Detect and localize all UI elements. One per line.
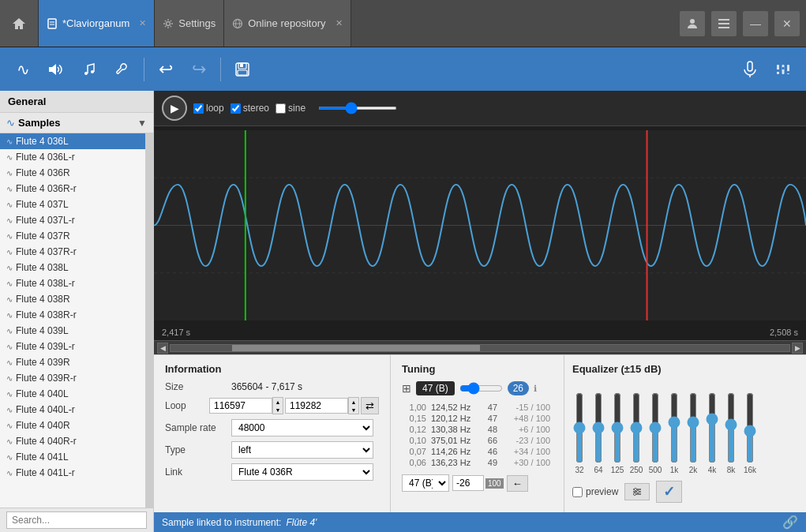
info-row-size: Size 365604 - 7,617 s <box>165 381 379 392</box>
loop-link-btn[interactable]: ⇄ <box>361 397 379 414</box>
loop-end-input[interactable] <box>285 398 348 414</box>
eq-band-slider[interactable] <box>724 392 738 463</box>
eq-settings-btn[interactable] <box>624 483 650 500</box>
search-input[interactable] <box>6 511 147 529</box>
stereo-checkbox-label[interactable]: stereo <box>231 103 269 114</box>
eq-band-slider[interactable] <box>648 392 662 463</box>
stereo-checkbox[interactable] <box>231 103 241 114</box>
tuning-weight: 0,15 <box>402 413 429 424</box>
waveform-controls: ▶ loop stereo sine <box>154 91 806 126</box>
eq-band-slider[interactable] <box>705 392 719 463</box>
link-select[interactable]: Flute 4 036R <box>231 463 373 481</box>
eq-band-slider[interactable] <box>572 392 587 463</box>
sidebar-item[interactable]: ∿Flute 4 038R-r <box>0 307 145 323</box>
sidebar-dropdown[interactable]: ∿ Samples ▼ <box>0 113 153 133</box>
sidebar-item[interactable]: ∿Flute 4 039L-r <box>0 339 145 354</box>
loop-end-up[interactable]: ▲ <box>349 398 358 406</box>
sidebar-item[interactable]: ∿Flute 4 038L-r <box>0 275 145 291</box>
tab-claviorganum[interactable]: *Claviorganum ✕ <box>39 0 155 47</box>
loop-end-down[interactable]: ▼ <box>349 406 358 414</box>
tuning-cent-input[interactable] <box>452 475 484 491</box>
eq-band-slider[interactable] <box>629 392 643 463</box>
loop-start-up[interactable]: ▲ <box>273 398 283 406</box>
preview-checkbox[interactable] <box>572 487 583 497</box>
tab-online-repo-close[interactable]: ✕ <box>336 18 343 28</box>
eq-confirm-btn[interactable]: ✓ <box>656 481 682 503</box>
sidebar-item[interactable]: ∿Flute 4 039R <box>0 354 145 370</box>
user-button[interactable] <box>680 11 705 36</box>
sidebar-item[interactable]: ∿Flute 4 037R <box>0 228 145 244</box>
tab-home[interactable] <box>0 0 39 47</box>
scroll-thumb[interactable] <box>232 345 480 351</box>
eq-band-slider[interactable] <box>743 392 757 463</box>
sidebar-item[interactable]: ∿Flute 4 036R-r <box>0 181 145 197</box>
wave-icon-item: ∿ <box>6 232 13 241</box>
tab-settings[interactable]: Settings <box>155 0 224 47</box>
loop-start-input[interactable] <box>209 398 272 414</box>
waveform-zoom-slider[interactable] <box>318 107 397 110</box>
tuning-note: 47 <box>484 402 502 413</box>
wave-tool-btn[interactable]: ∿ <box>8 54 38 84</box>
sidebar-scrollbar[interactable] <box>145 133 153 508</box>
sidebar-item[interactable]: ∿Flute 4 037L-r <box>0 212 145 228</box>
loop-start-down[interactable]: ▼ <box>273 406 283 414</box>
sidebar-item[interactable]: ∿Flute 4 036L <box>0 133 145 149</box>
scroll-left-arrow[interactable]: ◀ <box>157 343 168 354</box>
status-link-icon[interactable]: 🔗 <box>782 515 798 530</box>
sine-checkbox-label[interactable]: sine <box>276 103 306 114</box>
mic-tool-btn[interactable] <box>735 54 765 84</box>
eq-band-label: 125 <box>611 466 624 474</box>
eq-band-slider[interactable] <box>610 392 624 463</box>
loop-label: Loop <box>165 400 206 411</box>
sidebar-item[interactable]: ∿Flute 4 038L <box>0 260 145 275</box>
sidebar-item[interactable]: ∿Flute 4 036L-r <box>0 149 145 165</box>
sidebar-item[interactable]: ∿Flute 4 040L <box>0 386 145 402</box>
sidebar-item[interactable]: ∿Flute 4 037L <box>0 197 145 212</box>
eq-band-slider[interactable] <box>591 392 605 463</box>
sidebar-item[interactable]: ∿Flute 4 038R <box>0 291 145 307</box>
sidebar-item[interactable]: ∿Flute 4 039R-r <box>0 370 145 386</box>
music-tool-btn[interactable] <box>74 54 104 84</box>
scroll-right-arrow[interactable]: ▶ <box>792 343 803 354</box>
sine-checkbox[interactable] <box>276 103 286 114</box>
sidebar-item[interactable]: ∿Flute 4 039L <box>0 323 145 339</box>
sidebar-item[interactable]: ∿Flute 4 040R <box>0 418 145 433</box>
loop-checkbox-label[interactable]: loop <box>193 103 224 114</box>
menu-button[interactable] <box>711 11 737 36</box>
sidebar-item[interactable]: ∿Flute 4 040R-r <box>0 433 145 449</box>
eq-band-slider[interactable] <box>667 392 681 463</box>
sidebar-item-label: Flute 4 040L <box>16 388 69 399</box>
tab-claviorganum-label: *Claviorganum <box>62 17 129 29</box>
loop-checkbox[interactable] <box>193 103 204 114</box>
tab-online-repo[interactable]: Online repository ✕ <box>224 0 351 47</box>
tuning-back-btn[interactable]: ← <box>507 475 528 492</box>
close-button[interactable]: ✕ <box>774 11 800 36</box>
loop-end-spin[interactable]: ▲ ▼ <box>348 397 359 414</box>
eq-band-slider[interactable] <box>686 392 700 463</box>
tuning-note-select[interactable]: 47 (B) <box>402 474 449 492</box>
save-tool-btn[interactable] <box>227 54 257 84</box>
preview-label[interactable]: preview <box>572 486 618 497</box>
tuning-range-slider[interactable] <box>459 382 503 395</box>
undo-tool-btn[interactable]: ↩ <box>151 54 181 84</box>
type-select[interactable]: left right mono <box>231 441 373 459</box>
sample-rate-select[interactable]: 48000 44100 96000 <box>231 419 373 436</box>
svg-point-34 <box>635 489 637 491</box>
redo-tool-btn[interactable]: ↪ <box>184 54 214 84</box>
wrench-tool-btn[interactable] <box>107 54 137 84</box>
tuning-table-row: 0,06 136,23 Hz 49 +30 / 100 <box>402 457 553 468</box>
sidebar-item[interactable]: ∿Flute 4 040L-r <box>0 402 145 418</box>
sidebar-item[interactable]: ∿Flute 4 041L <box>0 449 145 465</box>
minimize-button[interactable]: — <box>743 11 768 36</box>
sidebar-item[interactable]: ∿Flute 4 036R <box>0 165 145 181</box>
tuning-table-row: 0,10 375,01 Hz 66 -23 / 100 <box>402 435 553 446</box>
scroll-track[interactable] <box>170 344 790 352</box>
titlebar: *Claviorganum ✕ Settings Online reposito… <box>0 0 806 47</box>
play-button[interactable]: ▶ <box>162 96 187 121</box>
sidebar-item[interactable]: ∿Flute 4 037R-r <box>0 244 145 260</box>
volume-tool-btn[interactable] <box>41 54 71 84</box>
sidebar-item[interactable]: ∿Flute 4 041L-r <box>0 465 145 481</box>
tab-claviorganum-close[interactable]: ✕ <box>139 18 146 28</box>
mixer-tool-btn[interactable] <box>768 54 798 84</box>
loop-start-spin[interactable]: ▲ ▼ <box>272 397 283 414</box>
